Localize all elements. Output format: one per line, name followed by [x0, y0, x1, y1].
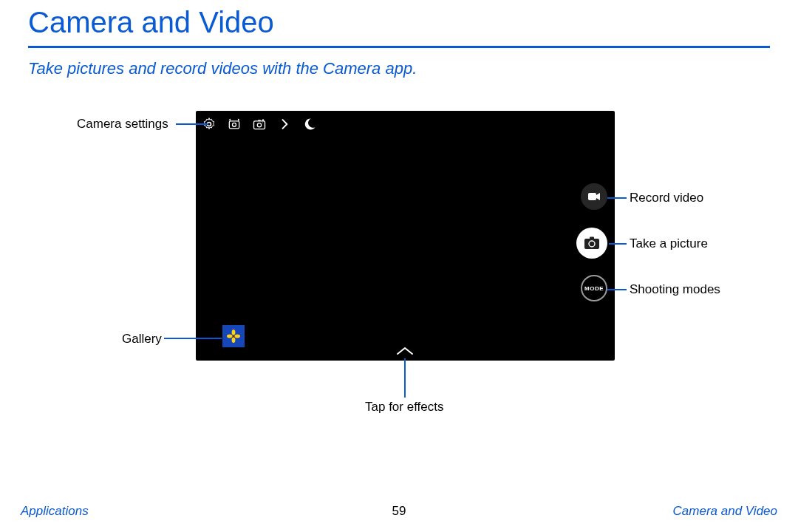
page-title: Camera and Video [28, 6, 274, 39]
camera-quick-icon[interactable] [252, 117, 267, 134]
shutter-button[interactable] [576, 228, 607, 259]
svg-point-0 [208, 123, 211, 126]
svg-point-8 [232, 338, 236, 344]
footer-chapter: Camera and Video [673, 504, 777, 519]
svg-point-7 [232, 330, 236, 335]
callout-camera-settings: Camera settings [77, 117, 168, 132]
chevron-right-icon[interactable] [277, 117, 292, 134]
effects-chevron-icon[interactable] [395, 346, 415, 356]
night-mode-icon[interactable] [302, 117, 317, 134]
page-subtitle: Take pictures and record videos with the… [28, 59, 417, 78]
svg-rect-11 [588, 193, 596, 200]
mode-button[interactable]: MODE [581, 275, 607, 301]
title-underline [28, 46, 770, 48]
svg-rect-14 [590, 237, 594, 239]
camera-icon [584, 236, 600, 250]
svg-point-4 [257, 123, 261, 127]
flower-icon [227, 330, 240, 343]
svg-point-5 [262, 122, 263, 123]
callout-effects: Tap for effects [365, 400, 443, 415]
quick-settings-row [202, 117, 317, 134]
callout-gallery: Gallery [122, 332, 162, 347]
callout-record: Record video [630, 191, 703, 205]
svg-rect-12 [584, 239, 599, 249]
svg-point-2 [233, 123, 236, 126]
gear-icon[interactable] [202, 117, 216, 134]
switch-camera-icon[interactable] [227, 117, 242, 134]
videocam-icon [587, 191, 601, 202]
svg-point-9 [227, 335, 233, 338]
mode-button-label: MODE [584, 285, 604, 292]
svg-rect-1 [229, 121, 239, 129]
manual-page: Camera and Video Take pictures and recor… [0, 0, 798, 532]
camera-viewfinder: MODE [196, 111, 615, 361]
page-footer: Applications 59 Camera and Video [0, 501, 798, 519]
record-video-button[interactable] [581, 183, 607, 210]
gallery-thumbnail[interactable] [222, 325, 245, 347]
svg-rect-3 [254, 121, 265, 129]
callout-picture: Take a picture [630, 236, 708, 251]
svg-point-10 [235, 335, 241, 338]
callout-modes: Shooting modes [630, 282, 720, 297]
